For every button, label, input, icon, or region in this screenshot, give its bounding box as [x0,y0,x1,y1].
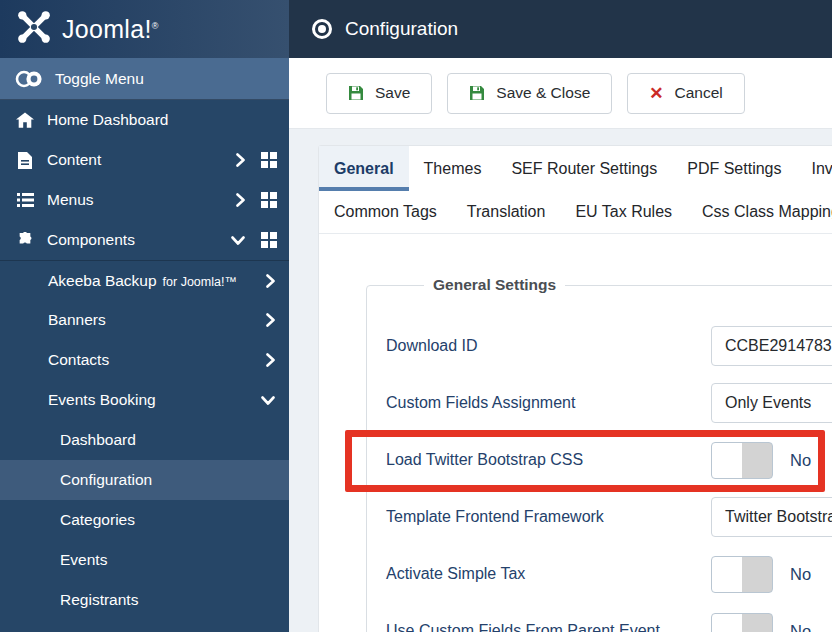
toggle-state-label: No [790,565,811,584]
tab-translation[interactable]: Translation [452,191,561,233]
field-label: Template Frontend Framework [386,508,711,526]
dot-circle-icon [312,19,332,39]
sidebar-item-label: Components [47,231,231,249]
sidebar-item-eb-registrants[interactable]: Registrants [0,580,289,620]
save-button-label: Save [375,84,410,102]
sidebar-item-components[interactable]: Components [0,220,289,260]
chevron-right-icon[interactable] [266,313,275,327]
logo-band: Joomla!® [0,0,289,58]
tab-eu-tax-rules[interactable]: EU Tax Rules [560,191,687,233]
sidebar-item-eb-categories[interactable]: Categories [0,500,289,540]
chevron-right-icon[interactable] [266,353,275,367]
tab-general[interactable]: General [319,146,409,191]
page-title: Configuration [345,18,458,40]
logo-text: Joomla!® [62,15,159,44]
chevron-right-icon[interactable] [236,193,245,207]
floppy-disk-icon [469,85,485,101]
sidebar-item-home-dashboard[interactable]: Home Dashboard [0,100,289,140]
sidebar-item-label: Events [60,551,277,569]
list-icon [14,193,36,207]
sidebar-item-label: Content [47,151,236,169]
tab-sef-router-settings[interactable]: SEF Router Settings [496,146,672,191]
sidebar-item-events-booking[interactable]: Events Booking [0,380,289,420]
app-window: Joomla!® Toggle Menu Home Dashboard [0,0,832,632]
field-row-download-id: Download ID [386,326,832,366]
tab-bar-row2: Common Tags Translation EU Tax Rules Css… [319,191,832,234]
general-settings-fieldset: General Settings Download ID Custom Fiel… [366,276,832,632]
logo-registered-mark: ® [152,20,159,30]
sidebar-item-eb-dashboard[interactable]: Dashboard [0,420,289,460]
sidebar-item-label: Dashboard [60,431,277,449]
field-label: Activate Simple Tax [386,565,711,583]
sidebar-item-label: Home Dashboard [47,111,277,129]
fieldset-legend: General Settings [424,276,565,294]
field-row-simple-tax: Activate Simple Tax No [386,554,832,594]
load-bootstrap-toggle[interactable] [711,442,773,479]
document-icon [14,152,36,169]
sidebar-item-content[interactable]: Content [0,140,289,180]
grid-icon[interactable] [261,192,277,208]
sidebar-menu: Home Dashboard Content Menus [0,100,289,620]
select-value: Twitter Bootstrap [725,508,832,526]
sidebar-item-banners[interactable]: Banners [0,300,289,340]
floppy-disk-icon [348,85,364,101]
sidebar-item-label: Akeeba Backupfor Joomla!™ [48,272,266,290]
field-label: Download ID [386,337,711,355]
sidebar-item-label: Contacts [48,351,266,369]
download-id-input[interactable] [711,326,832,366]
sidebar: Joomla!® Toggle Menu Home Dashboard [0,0,289,632]
sidebar-item-akeeba-backup[interactable]: Akeeba Backupfor Joomla!™ [0,260,289,300]
chevron-down-icon[interactable] [231,236,245,245]
toggle-state-label: No [790,451,811,470]
tab-bar-row1: General Themes SEF Router Settings PDF S… [319,146,832,191]
sidebar-item-eb-configuration[interactable]: Configuration [0,460,289,500]
field-row-custom-fields-assignment: Custom Fields Assignment Only Events [386,383,832,423]
sidebar-item-contacts[interactable]: Contacts [0,340,289,380]
tab-panel-general: General Settings Download ID Custom Fiel… [319,234,832,632]
chevron-right-icon[interactable] [236,153,245,167]
toggle-icon [14,69,44,89]
content-card: General Themes SEF Router Settings PDF S… [318,145,832,632]
tab-invoice[interactable]: Invoice [797,146,832,191]
field-row-template-framework: Template Frontend Framework Twitter Boot… [386,497,832,537]
tab-themes[interactable]: Themes [409,146,497,191]
x-icon: ✕ [649,85,663,102]
sidebar-item-suffix: for Joomla!™ [163,275,237,289]
tab-common-tags[interactable]: Common Tags [319,191,452,233]
sidebar-item-label: Configuration [60,471,277,489]
cancel-button[interactable]: ✕ Cancel [627,73,745,114]
field-label: Load Twitter Bootstrap CSS [386,451,711,469]
save-button[interactable]: Save [326,73,432,114]
sidebar-item-label: Banners [48,311,266,329]
sidebar-item-eb-events[interactable]: Events [0,540,289,580]
parent-custom-fields-toggle[interactable] [711,613,773,632]
puzzle-icon [14,232,36,248]
tab-css-class-mapping[interactable]: Css Class Mapping [687,191,832,233]
select-value: Only Events [725,394,811,412]
save-close-button[interactable]: Save & Close [447,73,612,114]
page-header: Configuration [289,0,832,58]
joomla-logo-icon [16,9,52,49]
sidebar-item-label: Menus [47,191,236,209]
field-row-parent-custom-fields: Use Custom Fields From Parent Event No [386,611,832,632]
field-row-load-bootstrap: Load Twitter Bootstrap CSS No [386,440,832,480]
grid-icon[interactable] [261,232,277,248]
sidebar-item-label: Registrants [60,591,277,609]
sidebar-item-label: Categories [60,511,277,529]
toggle-state-label: No [790,622,811,632]
sidebar-item-label: Events Booking [48,391,261,409]
save-close-button-label: Save & Close [496,84,590,102]
sidebar-item-toggle-menu[interactable]: Toggle Menu [0,58,289,100]
house-icon [14,112,36,129]
tab-pdf-settings[interactable]: PDF Settings [672,146,796,191]
sidebar-item-label: Toggle Menu [55,70,144,88]
field-label: Use Custom Fields From Parent Event [386,622,711,632]
toolbar: Save Save & Close ✕ Cancel [289,58,832,129]
grid-icon[interactable] [261,152,277,168]
sidebar-item-menus[interactable]: Menus [0,180,289,220]
chevron-right-icon[interactable] [266,274,275,288]
custom-fields-assignment-select[interactable]: Only Events [711,383,832,423]
simple-tax-toggle[interactable] [711,556,773,593]
template-framework-select[interactable]: Twitter Bootstrap [711,497,832,537]
chevron-down-icon[interactable] [261,396,275,405]
